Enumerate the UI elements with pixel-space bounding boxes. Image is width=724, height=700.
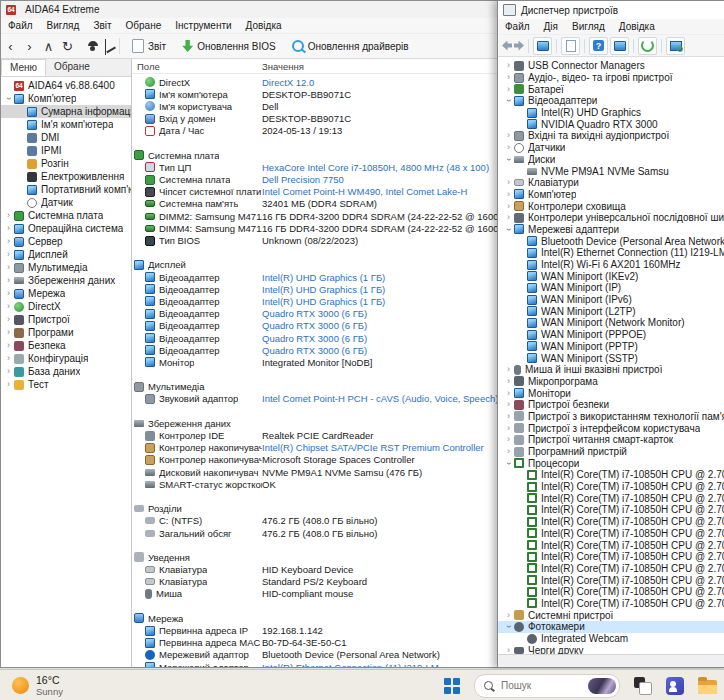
summary-item-row[interactable]: DIMM4: Samsung M471A2K...16 ГБ DDR4-3200… bbox=[132, 222, 497, 234]
summary-section-row[interactable]: Мережа bbox=[132, 612, 497, 624]
summary-item-row[interactable]: Загальний обсяг476.2 ГБ (408.0 ГБ вільно… bbox=[132, 527, 497, 539]
collapse-icon[interactable]: › bbox=[504, 95, 513, 106]
device-manager-titlebar[interactable]: Диспетчер пристроїв bbox=[498, 1, 724, 19]
summary-item-row[interactable]: Первинна адреса IP192.168.1.142 bbox=[132, 624, 497, 636]
expand-icon[interactable]: › bbox=[3, 315, 14, 324]
refresh-icon[interactable]: ↻ bbox=[58, 40, 77, 53]
summary-item-row[interactable]: МоніторIntegrated Monitor [NoDB] bbox=[132, 356, 497, 368]
device-item[interactable]: Intel(R) Wi-Fi 6 AX201 160MHz bbox=[498, 259, 724, 271]
device-item[interactable]: WAN Miniport (IP) bbox=[498, 282, 724, 294]
summary-item-row[interactable]: Тип BIOSUnknown (08/22/2023) bbox=[132, 234, 497, 246]
summary-item-row[interactable]: КлавіатураHID Keyboard Device bbox=[132, 564, 497, 576]
devmgr-menu-item-3[interactable]: Довідка bbox=[612, 21, 662, 32]
report-button[interactable]: Звіт bbox=[124, 34, 174, 58]
sidebar-item[interactable]: ›Безпека bbox=[1, 339, 131, 352]
summary-item-row[interactable]: DirectXDirectX 12.0 bbox=[132, 76, 497, 88]
device-item[interactable]: Intel(R) Core(TM) i7-10850H CPU @ 2.70GH… bbox=[498, 516, 724, 528]
device-item[interactable]: Intel(R) Core(TM) i7-10850H CPU @ 2.70GH… bbox=[498, 551, 724, 563]
summary-item-row[interactable]: Вхід у доменDESKTOP-BB9071C bbox=[132, 113, 497, 125]
column-headers[interactable]: Поле Значення bbox=[132, 59, 497, 74]
device-item[interactable]: ›Процесори bbox=[498, 457, 724, 469]
device-item[interactable]: WAN Miniport (PPTP) bbox=[498, 341, 724, 353]
sidebar-item[interactable]: ›Мультимедіа bbox=[1, 261, 131, 274]
summary-item-row[interactable]: КлавіатураStandard PS/2 Keyboard bbox=[132, 576, 497, 588]
sidebar-item[interactable]: IPMI bbox=[1, 144, 131, 157]
summary-item-row[interactable]: Мережевий адапторBluetooth Device (Perso… bbox=[132, 649, 497, 661]
summary-item-row[interactable]: Ім'я користувачаDell bbox=[132, 100, 497, 112]
device-item[interactable]: ›Фотокамери bbox=[498, 621, 724, 633]
expand-icon[interactable]: › bbox=[503, 400, 514, 409]
device-item[interactable]: Intel(R) Core(TM) i7-10850H CPU @ 2.70GH… bbox=[498, 563, 724, 575]
device-item[interactable]: ›Батареї bbox=[498, 83, 724, 95]
summary-item-row[interactable]: Дисковий накопичувачNVMe PM9A1 NVMe Sams… bbox=[132, 466, 497, 478]
sidebar-item[interactable]: ›Мережа bbox=[1, 287, 131, 300]
device-item[interactable]: Intel(R) Core(TM) i7-10850H CPU @ 2.70GH… bbox=[498, 528, 724, 540]
collapse-icon[interactable]: › bbox=[504, 621, 513, 632]
device-item[interactable]: WAN Miniport (IPv6) bbox=[498, 294, 724, 306]
device-item[interactable]: WAN Miniport (L2TP) bbox=[498, 305, 724, 317]
summary-item-row[interactable]: Системна платаDell Precision 7750 bbox=[132, 174, 497, 186]
device-item[interactable]: NVMe PM9A1 NVMe Samsu bbox=[498, 165, 724, 177]
summary-item-row[interactable]: ВідеоадаптерIntel(R) UHD Graphics (1 ГБ) bbox=[132, 283, 497, 295]
teams-chat-button[interactable] bbox=[666, 677, 684, 695]
expand-icon[interactable]: › bbox=[503, 202, 514, 211]
devmgr-menu-item-1[interactable]: Дія bbox=[537, 21, 565, 32]
expand-icon[interactable]: › bbox=[3, 250, 14, 259]
file-explorer-button[interactable] bbox=[698, 680, 717, 694]
sidebar-item[interactable]: Датчик bbox=[1, 196, 131, 209]
expand-icon[interactable]: › bbox=[3, 367, 14, 376]
expand-icon[interactable]: › bbox=[3, 237, 14, 246]
summary-item-row[interactable]: ВідеоадаптерIntel(R) UHD Graphics (1 ГБ) bbox=[132, 271, 497, 283]
summary-item-row[interactable]: DIMM2: Samsung M471A2K...16 ГБ DDR4-3200… bbox=[132, 210, 497, 222]
device-item[interactable]: ›Датчики bbox=[498, 142, 724, 154]
device-item[interactable]: ›Пристрої з інтерфейсом користувача bbox=[498, 422, 724, 434]
expand-icon[interactable]: › bbox=[503, 365, 514, 374]
sidebar-item[interactable]: ›Дисплей bbox=[1, 248, 131, 261]
expand-icon[interactable]: › bbox=[3, 211, 14, 220]
expand-icon[interactable]: › bbox=[503, 213, 514, 222]
expand-icon[interactable]: › bbox=[503, 61, 514, 70]
expand-icon[interactable]: › bbox=[503, 412, 514, 421]
task-view-button[interactable] bbox=[634, 677, 652, 695]
refresh-button[interactable] bbox=[638, 37, 657, 55]
device-item[interactable]: ›Клавіатури bbox=[498, 177, 724, 189]
aida64-menu-item-4[interactable]: Інструменти bbox=[168, 20, 238, 31]
help-button[interactable] bbox=[589, 37, 608, 55]
summary-item-row[interactable]: ВідеоадаптерQuadro RTX 3000 (6 ГБ) bbox=[132, 332, 497, 344]
search-highlights-image[interactable] bbox=[588, 678, 616, 694]
sidebar-item[interactable]: ›Комп'ютер bbox=[1, 92, 131, 105]
device-item[interactable]: ›Монітори bbox=[498, 387, 724, 399]
summary-item-row[interactable]: Контролер накопичувачаIntel(R) Chipset S… bbox=[132, 442, 497, 454]
device-item[interactable]: Intel(R) Core(TM) i7-10850H CPU @ 2.70GH… bbox=[498, 539, 724, 551]
device-item[interactable]: ›USB Connector Managers bbox=[498, 60, 724, 72]
device-item[interactable]: ›Контролери універсальної послідовної ши… bbox=[498, 212, 724, 224]
device-item[interactable]: WAN Miniport (Network Monitor) bbox=[498, 317, 724, 329]
sidebar-item[interactable]: ›Конфігурація bbox=[1, 352, 131, 365]
expand-icon[interactable]: › bbox=[503, 377, 514, 386]
device-item[interactable]: WAN Miniport (IKEv2) bbox=[498, 270, 724, 282]
device-item[interactable]: ›Черги друку bbox=[498, 644, 724, 654]
sidebar-item[interactable]: Електроживлення bbox=[1, 170, 131, 183]
summary-item-row[interactable]: ВідеоадаптерQuadro RTX 3000 (6 ГБ) bbox=[132, 308, 497, 320]
device-item[interactable]: ›Мікропрограма bbox=[498, 376, 724, 388]
expand-icon[interactable]: › bbox=[3, 224, 14, 233]
expand-icon[interactable]: › bbox=[503, 646, 514, 654]
device-item[interactable]: Intel(R) Core(TM) i7-10850H CPU @ 2.70GH… bbox=[498, 481, 724, 493]
navigate-back-icon[interactable] bbox=[502, 41, 512, 51]
summary-section-row[interactable]: Уведення bbox=[132, 551, 497, 563]
device-item[interactable]: Intel(R) Core(TM) i7-10850H CPU @ 2.70GH… bbox=[498, 574, 724, 586]
sidebar-item[interactable]: Портативний комп'ют bbox=[1, 183, 131, 196]
summary-section-row[interactable]: Мультимедіа bbox=[132, 381, 497, 393]
summary-item-row[interactable]: ВідеоадаптерQuadro RTX 3000 (6 ГБ) bbox=[132, 344, 497, 356]
device-item[interactable]: Integrated Webcam bbox=[498, 633, 724, 645]
collapse-icon[interactable]: › bbox=[504, 458, 513, 469]
summary-section-row[interactable]: Дисплей bbox=[132, 259, 497, 271]
weather-widget[interactable]: 16°C Sunny bbox=[0, 675, 63, 697]
tab-favorites[interactable]: Обране bbox=[46, 59, 98, 76]
summary-item-row[interactable]: SMART-статус жорсткого д...OK bbox=[132, 478, 497, 490]
device-item[interactable]: ›Контролери сховища bbox=[498, 200, 724, 212]
devmgr-menu-item-2[interactable]: Вигляд bbox=[565, 21, 612, 32]
summary-item-row[interactable]: ВідеоадаптерQuadro RTX 3000 (6 ГБ) bbox=[132, 320, 497, 332]
summary-item-row[interactable]: Первинна адреса MACB0-7D-64-3E-50-C1 bbox=[132, 637, 497, 649]
expand-icon[interactable]: › bbox=[503, 190, 514, 199]
